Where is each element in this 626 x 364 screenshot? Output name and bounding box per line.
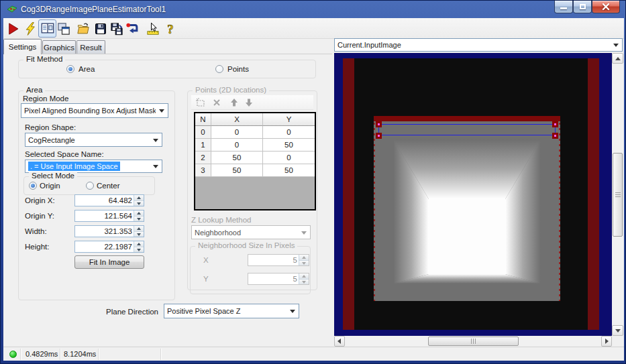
region-shape-combo[interactable]: CogRectangle — [25, 133, 162, 147]
reset-button[interactable] — [125, 22, 139, 36]
region-mode-combo[interactable]: Pixel Aligned Bounding Box Adjust Mask — [21, 103, 168, 118]
help-button[interactable]: ? — [164, 22, 177, 36]
origin-y-spinner[interactable] — [134, 210, 144, 221]
region-rectangle[interactable] — [378, 124, 556, 135]
fit-method-points-radio[interactable] — [215, 65, 223, 73]
height-field[interactable]: 22.1987 — [74, 241, 144, 253]
open-file-button[interactable] — [76, 22, 90, 36]
pointer-tools-button[interactable] — [146, 22, 160, 36]
scroll-down-button[interactable] — [612, 325, 623, 336]
spin-down-icon[interactable] — [299, 261, 309, 266]
image-source-value: Current.InputImage — [337, 39, 610, 51]
spin-down-icon[interactable] — [134, 201, 144, 206]
image-display-icon — [41, 21, 54, 35]
origin-x-spinner[interactable] — [134, 195, 144, 206]
move-up-button[interactable] — [229, 97, 240, 108]
fit-method-area-radio[interactable] — [66, 65, 74, 73]
origin-y-field[interactable]: 121.564 — [74, 210, 144, 222]
minimize-icon — [560, 7, 567, 9]
spin-up-icon[interactable] — [134, 241, 144, 247]
delete-icon — [211, 97, 222, 108]
neighborhood-y-spinner[interactable] — [299, 274, 309, 284]
scroll-up-button[interactable] — [612, 53, 623, 64]
mask-edge-left — [374, 117, 375, 301]
tab-settings[interactable]: Settings — [3, 39, 42, 54]
save-as-button[interactable] — [110, 22, 123, 36]
run-button[interactable] — [7, 22, 20, 36]
horizontal-scrollbar[interactable] — [334, 336, 612, 347]
col-n-header[interactable]: N — [195, 113, 211, 126]
fit-method-group: Fit Method — [18, 60, 316, 78]
spin-down-icon[interactable] — [134, 232, 144, 237]
table-row[interactable]: 2 50 0 — [195, 151, 315, 164]
col-x-header[interactable]: X — [211, 113, 263, 126]
spin-up-icon[interactable] — [134, 226, 144, 232]
show-image-display-button[interactable] — [41, 21, 54, 35]
neighborhood-x-spinner[interactable] — [299, 255, 309, 265]
neighborhood-x-field[interactable]: 5 — [248, 254, 309, 266]
width-field[interactable]: 321.353 — [74, 225, 144, 237]
origin-y-label: Origin Y: — [25, 212, 54, 220]
grip-icon — [471, 339, 476, 344]
tab-result[interactable]: Result — [76, 40, 105, 54]
mask-stripe-right — [588, 58, 599, 330]
region-handle-bottom-left[interactable] — [376, 133, 382, 139]
plane-direction-combo[interactable]: Positive Pixel Space Z — [164, 304, 299, 318]
height-label: Height: — [25, 243, 49, 251]
spin-up-icon[interactable] — [134, 195, 144, 201]
add-point-button[interactable] — [195, 97, 206, 108]
region-handle-top-left[interactable] — [376, 121, 382, 127]
close-button[interactable] — [592, 1, 620, 13]
table-row[interactable]: 3 50 50 — [195, 164, 315, 177]
spin-down-icon[interactable] — [134, 247, 144, 253]
arrow-down-icon — [244, 97, 254, 108]
maximize-button[interactable] — [573, 1, 592, 13]
spin-up-icon[interactable] — [299, 274, 309, 280]
selected-space-label: Selected Space Name: — [25, 150, 104, 158]
height-spinner[interactable] — [134, 241, 144, 252]
vertical-scrollbar[interactable] — [612, 53, 623, 336]
region-handle-bottom-right[interactable] — [552, 133, 558, 139]
spin-down-icon[interactable] — [134, 217, 144, 222]
run-lightning-button[interactable] — [23, 22, 37, 36]
title-bar[interactable]: Cog3DRangeImagePlaneEstimatorTool1 — [1, 1, 625, 18]
fit-in-image-button[interactable]: Fit In Image — [74, 255, 144, 269]
region-mode-label: Region Mode — [23, 95, 68, 103]
scroll-left-button[interactable] — [334, 336, 345, 347]
region-handle-top-right[interactable] — [552, 121, 558, 127]
select-mode-origin-radio[interactable] — [29, 182, 37, 190]
new-image-display-button[interactable] — [57, 22, 70, 36]
origin-y-value: 121.564 — [76, 210, 132, 221]
width-spinner[interactable] — [134, 226, 144, 237]
minimize-button[interactable] — [554, 1, 573, 13]
spin-up-icon[interactable] — [299, 255, 309, 261]
table-row[interactable]: 1 0 50 — [195, 139, 315, 151]
delete-point-button[interactable] — [211, 97, 222, 108]
region-shape-value: CogRectangle — [28, 133, 150, 146]
app-window: Cog3DRangeImagePlaneEstimatorTool1 ? Set… — [0, 0, 626, 364]
selected-space-combo[interactable]: . = Use Input Image Space — [25, 160, 162, 173]
image-source-combo[interactable]: Current.InputImage — [334, 38, 623, 52]
run-time-value: 0.4829ms — [25, 350, 58, 358]
save-icon — [94, 22, 107, 36]
col-y-header[interactable]: Y — [263, 113, 315, 126]
save-button[interactable] — [94, 22, 107, 36]
table-row[interactable]: 0 0 0 — [195, 126, 315, 139]
horizontal-scroll-thumb[interactable] — [428, 337, 519, 346]
select-mode-center-radio[interactable] — [86, 182, 94, 190]
spin-up-icon[interactable] — [134, 210, 144, 217]
neighborhood-x-value: 5 — [250, 255, 297, 265]
move-down-button[interactable] — [244, 97, 254, 108]
tab-graphics-label: Graphics — [44, 44, 74, 52]
spin-down-icon[interactable] — [299, 280, 309, 285]
tab-graphics[interactable]: Graphics — [42, 40, 76, 54]
z-lookup-combo[interactable]: Neighborhood — [191, 225, 311, 239]
neighborhood-y-label: Y — [203, 275, 209, 283]
neighborhood-y-field[interactable]: 5 — [248, 273, 309, 285]
origin-x-field[interactable]: 64.482 — [74, 194, 144, 206]
chevron-down-icon — [153, 165, 158, 168]
scroll-right-button[interactable] — [601, 336, 612, 347]
vertical-scroll-thumb[interactable] — [613, 153, 623, 237]
status-separator — [20, 349, 21, 360]
range-image-canvas[interactable] — [343, 58, 599, 330]
